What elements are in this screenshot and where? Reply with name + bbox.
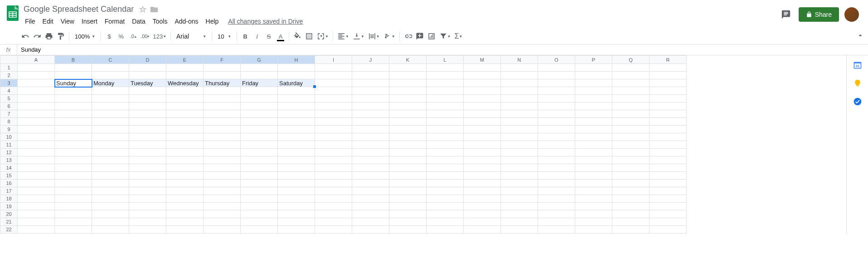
- cell-G10[interactable]: [241, 133, 278, 141]
- cell-Q14[interactable]: [612, 164, 650, 172]
- cell-O8[interactable]: [538, 118, 575, 126]
- format-currency-button[interactable]: $: [104, 30, 115, 42]
- cell-P22[interactable]: [575, 226, 612, 234]
- cell-R1[interactable]: [650, 64, 687, 72]
- column-header-A[interactable]: A: [18, 56, 55, 64]
- cell-K8[interactable]: [389, 118, 427, 126]
- cell-R2[interactable]: [650, 72, 687, 79]
- cell-F7[interactable]: [204, 110, 241, 118]
- cell-G2[interactable]: [241, 72, 278, 79]
- cell-L7[interactable]: [427, 110, 464, 118]
- cell-Q8[interactable]: [612, 118, 650, 126]
- insert-chart-button[interactable]: [426, 30, 437, 42]
- menu-edit[interactable]: Edit: [39, 16, 57, 27]
- cell-Q13[interactable]: [612, 156, 650, 164]
- cell-Q10[interactable]: [612, 133, 650, 141]
- cell-C22[interactable]: [92, 226, 129, 234]
- cell-E20[interactable]: [166, 210, 204, 218]
- cell-R12[interactable]: [650, 149, 687, 156]
- cell-M19[interactable]: [464, 203, 501, 210]
- cell-M21[interactable]: [464, 218, 501, 226]
- cell-K13[interactable]: [389, 156, 427, 164]
- cell-B5[interactable]: [55, 95, 92, 102]
- cell-D8[interactable]: [129, 118, 166, 126]
- cell-B15[interactable]: [55, 172, 92, 180]
- cell-K7[interactable]: [389, 110, 427, 118]
- cell-B19[interactable]: [55, 203, 92, 210]
- cell-A11[interactable]: [18, 141, 55, 149]
- cell-G8[interactable]: [241, 118, 278, 126]
- cell-H19[interactable]: [278, 203, 315, 210]
- cell-D21[interactable]: [129, 218, 166, 226]
- cell-F2[interactable]: [204, 72, 241, 79]
- text-color-button[interactable]: A: [275, 30, 286, 42]
- cell-D10[interactable]: [129, 133, 166, 141]
- cell-M9[interactable]: [464, 126, 501, 133]
- cell-O21[interactable]: [538, 218, 575, 226]
- cell-R16[interactable]: [650, 180, 687, 187]
- star-icon[interactable]: [139, 6, 146, 13]
- cell-N20[interactable]: [501, 210, 538, 218]
- row-header-1[interactable]: 1: [0, 64, 18, 72]
- cell-D15[interactable]: [129, 172, 166, 180]
- cell-I13[interactable]: [315, 156, 352, 164]
- cell-P11[interactable]: [575, 141, 612, 149]
- cell-R8[interactable]: [650, 118, 687, 126]
- cell-B1[interactable]: [55, 64, 92, 72]
- font-family-select[interactable]: Arial▼: [174, 33, 209, 40]
- insert-comment-button[interactable]: [414, 30, 425, 42]
- cell-K3[interactable]: [389, 79, 427, 87]
- cell-K2[interactable]: [389, 72, 427, 79]
- cell-K15[interactable]: [389, 172, 427, 180]
- cell-H14[interactable]: [278, 164, 315, 172]
- cell-N7[interactable]: [501, 110, 538, 118]
- cell-E2[interactable]: [166, 72, 204, 79]
- cell-N21[interactable]: [501, 218, 538, 226]
- cell-L19[interactable]: [427, 203, 464, 210]
- cell-F10[interactable]: [204, 133, 241, 141]
- cell-B6[interactable]: [55, 102, 92, 110]
- cell-C11[interactable]: [92, 141, 129, 149]
- column-header-R[interactable]: R: [650, 56, 687, 64]
- row-header-3[interactable]: 3: [0, 79, 18, 87]
- bold-button[interactable]: B: [240, 30, 251, 42]
- cell-C16[interactable]: [92, 180, 129, 187]
- cell-E3[interactable]: Wednesday: [166, 79, 204, 87]
- cell-N15[interactable]: [501, 172, 538, 180]
- cell-J7[interactable]: [352, 110, 389, 118]
- cell-I4[interactable]: [315, 87, 352, 95]
- menu-addons[interactable]: Add-ons: [171, 16, 201, 27]
- cell-F13[interactable]: [204, 156, 241, 164]
- cell-O4[interactable]: [538, 87, 575, 95]
- cell-G12[interactable]: [241, 149, 278, 156]
- cell-J2[interactable]: [352, 72, 389, 79]
- cell-J14[interactable]: [352, 164, 389, 172]
- cell-A22[interactable]: [18, 226, 55, 234]
- cell-E5[interactable]: [166, 95, 204, 102]
- insert-link-button[interactable]: [402, 30, 413, 42]
- cell-P3[interactable]: [575, 79, 612, 87]
- row-header-4[interactable]: 4: [0, 87, 18, 95]
- cell-E8[interactable]: [166, 118, 204, 126]
- cell-F14[interactable]: [204, 164, 241, 172]
- cell-M17[interactable]: [464, 187, 501, 195]
- cell-K19[interactable]: [389, 203, 427, 210]
- cell-A20[interactable]: [18, 210, 55, 218]
- italic-button[interactable]: I: [252, 30, 262, 42]
- cell-O7[interactable]: [538, 110, 575, 118]
- cell-P1[interactable]: [575, 64, 612, 72]
- cell-B4[interactable]: [55, 87, 92, 95]
- cell-Q1[interactable]: [612, 64, 650, 72]
- undo-button[interactable]: [20, 30, 31, 42]
- cell-B14[interactable]: [55, 164, 92, 172]
- cell-M12[interactable]: [464, 149, 501, 156]
- cell-R22[interactable]: [650, 226, 687, 234]
- cell-N13[interactable]: [501, 156, 538, 164]
- zoom-select[interactable]: 100%▼: [72, 33, 98, 40]
- cell-R20[interactable]: [650, 210, 687, 218]
- cell-B21[interactable]: [55, 218, 92, 226]
- cell-O3[interactable]: [538, 79, 575, 87]
- cell-C21[interactable]: [92, 218, 129, 226]
- cell-B13[interactable]: [55, 156, 92, 164]
- cell-N5[interactable]: [501, 95, 538, 102]
